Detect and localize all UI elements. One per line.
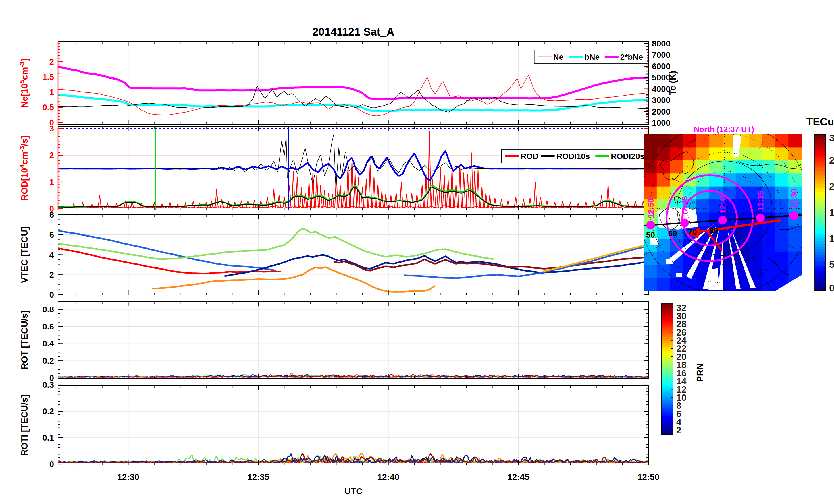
x-tick-labels: 12:3012:3512:4012:4512:50 — [117, 472, 659, 482]
svg-text:30: 30 — [829, 132, 834, 143]
svg-text:bNe: bNe — [584, 52, 599, 62]
svg-text:7000: 7000 — [652, 50, 671, 60]
svg-text:0.8: 0.8 — [43, 305, 54, 314]
svg-text:12:45: 12:45 — [507, 472, 529, 482]
tecu-colorbar: 051015202530 — [815, 132, 834, 293]
panel-roti: 00.10.20.3ROTI [TECU/s] — [20, 380, 649, 469]
svg-text:0.2: 0.2 — [43, 407, 54, 416]
svg-text:8000: 8000 — [652, 39, 671, 48]
legend-rod: RODRODI10sRODI20s — [502, 149, 647, 163]
svg-text:32: 32 — [676, 302, 687, 313]
panel-rod: 0123ROD[104cm-3/s]RODRODI10sRODI20s — [18, 124, 649, 213]
svg-text:2: 2 — [49, 57, 54, 66]
svg-text:12:50: 12:50 — [637, 472, 660, 482]
svg-text:25: 25 — [829, 155, 834, 166]
svg-text:2*bNe: 2*bNe — [620, 52, 643, 62]
tecu-colorbar-title: TECu — [802, 116, 834, 128]
svg-text:12:30: 12:30 — [117, 472, 139, 482]
svg-text:1.5: 1.5 — [43, 72, 54, 82]
prn-colorbar-label: PRN — [695, 356, 705, 382]
svg-text:12:35: 12:35 — [247, 472, 269, 482]
svg-text:20: 20 — [829, 181, 834, 192]
svg-text:6000: 6000 — [652, 62, 671, 71]
svg-text:3: 3 — [49, 124, 54, 133]
svg-text:12:35: 12:35 — [756, 191, 765, 211]
svg-text:8: 8 — [49, 210, 54, 219]
svg-text:0.1: 0.1 — [43, 433, 54, 442]
svg-text:ROTI [TECU/s]: ROTI [TECU/s] — [20, 395, 29, 456]
svg-text:2000: 2000 — [652, 107, 671, 116]
svg-text:12:30: 12:30 — [790, 189, 798, 209]
svg-text:RODI10s: RODI10s — [556, 152, 590, 161]
svg-text:Te (K): Te (K) — [668, 71, 678, 96]
svg-text:3000: 3000 — [652, 96, 671, 105]
panel-vtec: 02468VTEC [TECU] — [20, 210, 649, 299]
svg-text:12:40: 12:40 — [377, 472, 399, 482]
svg-text:1: 1 — [49, 88, 54, 97]
svg-text:2: 2 — [49, 151, 54, 160]
svg-text:0.3: 0.3 — [43, 380, 54, 389]
svg-text:12:45: 12:45 — [681, 196, 689, 216]
plot-svg: 00.511.521000200030004000500060007000800… — [0, 0, 834, 504]
svg-text:ROD: ROD — [521, 152, 539, 161]
panel-ne: 00.511.521000200030004000500060007000800… — [18, 39, 678, 128]
svg-text:1: 1 — [49, 177, 54, 187]
svg-text:80: 80 — [709, 226, 718, 235]
svg-text:50: 50 — [646, 230, 655, 239]
svg-text:10: 10 — [829, 233, 834, 244]
svg-text:Ne[105cm-3]: Ne[105cm-3] — [18, 59, 29, 108]
figure-title: 20141121 Sat_A — [253, 26, 454, 38]
svg-text:4: 4 — [49, 250, 54, 259]
svg-text:12:50: 12:50 — [647, 198, 655, 218]
map-title: North (12:37 UT) — [658, 125, 790, 134]
svg-text:0.2: 0.2 — [43, 356, 54, 365]
svg-text:RODI20s: RODI20s — [611, 152, 644, 161]
legend-ne: NebNe2*bNe — [534, 50, 647, 64]
svg-text:0: 0 — [49, 459, 54, 469]
svg-text:0.4: 0.4 — [43, 339, 54, 348]
svg-text:6: 6 — [49, 230, 54, 239]
svg-text:0: 0 — [49, 290, 54, 299]
panel-rot: 00.20.40.60.8ROT [TECU/s] — [20, 302, 649, 383]
figure-canvas: 00.511.521000200030004000500060007000800… — [0, 0, 834, 504]
svg-text:0.6: 0.6 — [43, 322, 54, 331]
svg-text:ROD[104cm-3/s]: ROD[104cm-3/s] — [18, 136, 29, 201]
x-axis-label: UTC — [332, 486, 375, 496]
svg-text:Ne: Ne — [553, 52, 564, 62]
prn-colorbar: 2468101214161820222426283032 — [661, 302, 687, 435]
svg-text:15: 15 — [829, 207, 834, 218]
svg-text:12:40: 12:40 — [719, 193, 727, 213]
tec-map: 12:5012:4512:4012:3512:3050607080 — [604, 88, 834, 329]
svg-text:70: 70 — [688, 228, 697, 236]
svg-text:0: 0 — [829, 282, 834, 293]
svg-text:VTEC [TECU]: VTEC [TECU] — [20, 227, 29, 283]
svg-text:ROT [TECU/s]: ROT [TECU/s] — [20, 311, 29, 369]
svg-text:0.5: 0.5 — [43, 103, 54, 112]
svg-text:5: 5 — [829, 259, 834, 270]
svg-text:60: 60 — [668, 229, 677, 238]
svg-text:2: 2 — [49, 270, 54, 279]
